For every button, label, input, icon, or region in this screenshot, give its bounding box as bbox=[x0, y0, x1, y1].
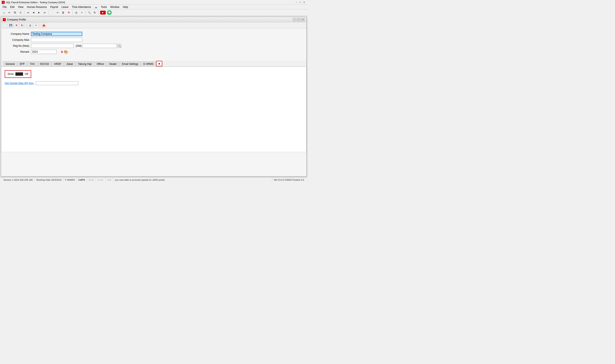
reg-no-row: Reg No (New) (Old) 🔍 bbox=[5, 44, 302, 48]
separator-1 bbox=[24, 11, 24, 15]
color-wheel-button[interactable]: 🎨 bbox=[64, 50, 68, 54]
whatsapp-button[interactable]: 💬 bbox=[107, 10, 112, 15]
company-window-controls: ─ □ ✕ bbox=[293, 18, 305, 21]
tab-e-hrms[interactable]: E HRMS bbox=[141, 62, 156, 66]
status-bar: Version 1.2024.256.205 x86 Working Date … bbox=[0, 177, 308, 182]
first-button[interactable]: ⏮ bbox=[26, 10, 30, 15]
copy-button[interactable]: ⧉ bbox=[12, 10, 17, 15]
company-name-input[interactable] bbox=[31, 32, 82, 36]
cut-button[interactable]: ✂ bbox=[7, 10, 12, 15]
tab-dealer[interactable]: Dealer bbox=[107, 62, 119, 66]
company-restore-button[interactable]: □ bbox=[297, 18, 300, 21]
remark-row: Remark A 🎨 bbox=[5, 50, 302, 54]
tab-tax[interactable]: TAX bbox=[27, 62, 37, 66]
company-alias-label: Company Alias bbox=[5, 39, 31, 41]
menu-cloud[interactable]: ☁ bbox=[93, 5, 99, 9]
maximize-button[interactable]: □ bbox=[298, 1, 302, 4]
company-alias-input[interactable] bbox=[31, 38, 82, 42]
win-print-button[interactable]: 🖨 bbox=[27, 23, 33, 28]
caps-segment: CAPS bbox=[77, 178, 87, 182]
search-button[interactable]: 🔍 bbox=[87, 10, 92, 15]
drive-toggle[interactable] bbox=[15, 72, 23, 76]
menu-tools[interactable]: Tools bbox=[99, 5, 108, 9]
drive-label: Drive bbox=[8, 73, 14, 76]
edit-button[interactable]: ✏ bbox=[55, 10, 60, 15]
youtube-button[interactable]: ▶ bbox=[100, 11, 106, 14]
reg-no-old-input[interactable] bbox=[82, 44, 117, 48]
print-dropdown[interactable]: ▾ bbox=[79, 10, 84, 15]
app-title: SQL Payroll Enterprise Edition - Testing… bbox=[6, 1, 295, 4]
paste-button[interactable]: ⎘ bbox=[18, 10, 23, 15]
separator-4 bbox=[85, 11, 86, 15]
win-reload-button[interactable]: ↻ bbox=[20, 23, 25, 28]
menu-window[interactable]: Window bbox=[108, 5, 121, 9]
win-new-button[interactable]: 📄 bbox=[2, 23, 7, 28]
minimize-button[interactable]: ─ bbox=[295, 1, 298, 4]
cancel-toolbar-button[interactable]: ✕ bbox=[66, 10, 71, 15]
win-cancel-button[interactable]: ✕ bbox=[14, 23, 19, 28]
tab-hrdf[interactable]: HRDF bbox=[52, 62, 64, 66]
home-button[interactable]: ⌂ bbox=[1, 10, 6, 15]
font-color-button[interactable]: A bbox=[61, 50, 63, 53]
google-map-link[interactable]: Get Google Map API Key: bbox=[5, 82, 34, 85]
menu-edit[interactable]: Edit bbox=[8, 5, 16, 9]
menu-human-resource[interactable]: Human Resource bbox=[25, 5, 49, 9]
menu-time-attendance[interactable]: Time Attendance bbox=[70, 5, 93, 9]
tab-officer[interactable]: Officer bbox=[94, 62, 107, 66]
menu-view[interactable]: View bbox=[16, 5, 25, 9]
title-bar: S SQL Payroll Enterprise Edition - Testi… bbox=[0, 0, 308, 5]
working-date-label: Working Date bbox=[36, 179, 50, 181]
delete-button[interactable]: 🗑 bbox=[61, 10, 66, 15]
reg-no-new-input[interactable] bbox=[31, 44, 74, 48]
google-map-row: Get Google Map API Key: bbox=[5, 81, 303, 85]
menu-payroll[interactable]: Payroll bbox=[49, 5, 60, 9]
version-segment: Version 1.2024.256.205 x86 bbox=[2, 178, 35, 182]
company-close-button[interactable]: ✕ bbox=[301, 18, 305, 21]
print-button[interactable]: 🖨 bbox=[74, 10, 79, 15]
last-button[interactable]: ⏭ bbox=[42, 10, 47, 15]
menu-leave[interactable]: Leave bbox=[60, 5, 70, 9]
win-separator-2 bbox=[40, 23, 40, 27]
drive-off-section: Drive Off bbox=[5, 70, 31, 78]
tab-email-settings[interactable]: Email Settings bbox=[120, 62, 141, 66]
company-form: Company Name Company Alias Reg No (New) … bbox=[1, 28, 307, 59]
tab-socso[interactable]: SOCSO bbox=[38, 62, 52, 66]
refresh-button[interactable]: ↻ bbox=[92, 10, 97, 15]
tabs-area: General EPF TAX SOCSO HRDF Zakat Tabung … bbox=[1, 61, 307, 67]
company-minimize-button[interactable]: ─ bbox=[293, 18, 296, 21]
num-segment: NUM bbox=[87, 178, 96, 182]
tab-zakat[interactable]: Zakat bbox=[64, 62, 75, 66]
company-window-icon: S bbox=[3, 18, 6, 21]
close-button[interactable]: ✕ bbox=[302, 1, 306, 4]
reg-no-old-label: (Old) bbox=[76, 44, 81, 47]
dropdown-segment[interactable]: ▾ ADMIN bbox=[63, 178, 77, 182]
win-export-button[interactable]: 📤 bbox=[41, 23, 46, 28]
next-button[interactable]: ▶ bbox=[37, 10, 42, 15]
google-map-api-input[interactable] bbox=[36, 81, 78, 85]
reg-no-label: Reg No (New) bbox=[5, 44, 31, 47]
win-print-drop[interactable]: ▾ bbox=[33, 23, 39, 28]
company-window-titlebar: S Company Profile ─ □ ✕ bbox=[1, 17, 307, 22]
separator-2 bbox=[48, 11, 49, 15]
new-button[interactable]: 📄 bbox=[50, 10, 55, 15]
working-date-value: 26/3/2024 bbox=[51, 179, 62, 181]
menu-file[interactable]: File bbox=[1, 5, 8, 9]
company-alias-row: Company Alias bbox=[5, 38, 302, 42]
dropdown-arrow-icon: ▾ bbox=[65, 178, 67, 181]
user-label: ADMIN bbox=[67, 179, 75, 181]
tab-special[interactable]: ● bbox=[156, 61, 162, 66]
win-save-button[interactable]: 💾 bbox=[8, 23, 13, 28]
tab-epf[interactable]: EPF bbox=[17, 62, 27, 66]
company-profile-window: S Company Profile ─ □ ✕ 📄 💾 ✕ ↻ 🖨 ▾ 📤 Co… bbox=[1, 17, 307, 176]
prev-button[interactable]: ◀ bbox=[31, 10, 36, 15]
main-area: S Company Profile ─ □ ✕ 📄 💾 ✕ ↻ 🖨 ▾ 📤 Co… bbox=[0, 16, 308, 177]
win-separator-1 bbox=[26, 23, 26, 27]
reg-no-search-button[interactable]: 🔍 bbox=[118, 44, 121, 48]
company-window-title-text: Company Profile bbox=[7, 18, 293, 21]
menu-help[interactable]: Help bbox=[121, 5, 130, 9]
tab-general[interactable]: General bbox=[3, 62, 17, 66]
window-controls: ─ □ ✕ bbox=[295, 1, 306, 4]
remark-input[interactable] bbox=[31, 50, 57, 54]
separator-5 bbox=[98, 11, 99, 15]
tab-tabung-haji[interactable]: Tabung Haji bbox=[76, 62, 94, 66]
